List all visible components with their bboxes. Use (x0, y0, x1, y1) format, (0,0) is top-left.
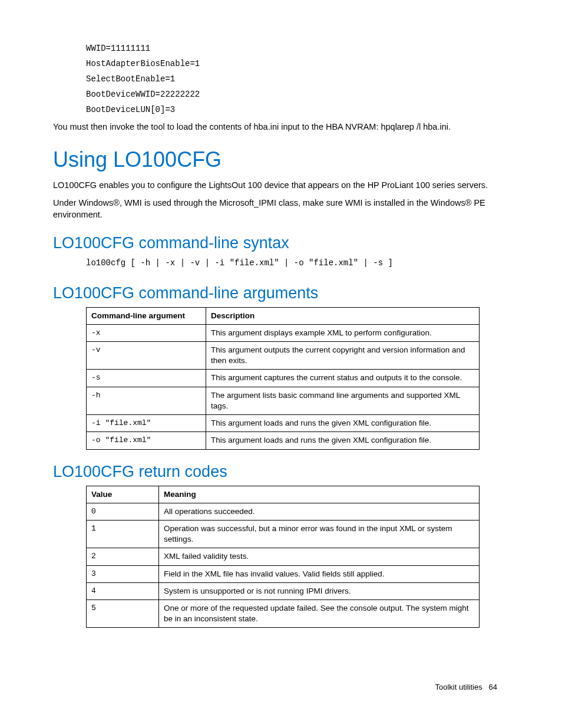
cell-value: 2 (87, 548, 159, 565)
heading-return-codes: LO100CFG return codes (53, 463, 497, 481)
table-row: -vThis argument outputs the current copy… (87, 341, 480, 369)
intro-post-text: You must then invoke the tool to load th… (53, 121, 497, 133)
cell-description: This argument displays example XML to pe… (206, 324, 480, 341)
table-row: 2XML failed validity tests. (87, 548, 480, 565)
main-paragraph-2: Under Windows®, WMI is used through the … (53, 197, 497, 221)
table-row: 5One or more of the requested update fai… (87, 600, 480, 628)
intro-code-block: WWID=11111111 HostAdapterBiosEnable=1 Se… (86, 41, 497, 117)
arguments-table: Command-line argument Description -xThis… (86, 307, 480, 450)
cell-argument: -s (87, 370, 206, 387)
th-description: Description (206, 307, 480, 324)
cell-meaning: Field in the XML file has invalid values… (159, 565, 480, 582)
page-root: WWID=11111111 HostAdapterBiosEnable=1 Se… (0, 0, 562, 728)
cell-value: 1 (87, 520, 159, 548)
return-codes-table: Value Meaning 0All operations succeeded.… (86, 486, 480, 628)
table-row: 1Operation was successful, but a minor e… (87, 520, 480, 548)
table-row: -i "file.xml"This argument loads and run… (87, 415, 480, 432)
cell-value: 4 (87, 582, 159, 599)
table-row: -xThis argument displays example XML to … (87, 324, 480, 341)
cell-value: 0 (87, 503, 159, 520)
cell-argument: -x (87, 324, 206, 341)
heading-arguments: LO100CFG command-line arguments (53, 284, 497, 302)
cell-meaning: System is unsupported or is not running … (159, 582, 480, 599)
table-row: 4System is unsupported or is not running… (87, 582, 480, 599)
cell-description: The argument lists basic command line ar… (206, 387, 480, 414)
cell-value: 5 (87, 600, 159, 628)
table-row: -sThis argument captures the current sta… (87, 370, 480, 387)
cell-argument: -o "file.xml" (87, 432, 206, 449)
th-value: Value (87, 486, 159, 503)
footer-page-number: 64 (489, 683, 497, 691)
cell-description: This argument outputs the current copyri… (206, 341, 480, 369)
cell-argument: -i "file.xml" (87, 415, 206, 432)
cell-argument: -h (87, 387, 206, 414)
main-paragraph-1: LO100CFG enables you to configure the Li… (53, 179, 497, 191)
th-argument: Command-line argument (87, 307, 206, 324)
table-row: -hThe argument lists basic command line … (87, 387, 480, 414)
cell-description: This argument captures the current statu… (206, 370, 480, 387)
cell-meaning: All operations succeeded. (159, 503, 480, 520)
syntax-code: lo100cfg [ -h | -x | -v | -i "file.xml" … (86, 256, 497, 271)
cell-description: This argument loads and runs the given X… (206, 432, 480, 449)
table-header-row: Command-line argument Description (87, 307, 480, 324)
heading-using-lo100cfg: Using LO100CFG (53, 147, 497, 172)
heading-syntax: LO100CFG command-line syntax (53, 234, 497, 252)
table-row: -o "file.xml"This argument loads and run… (87, 432, 480, 449)
footer-label: Toolkit utilities (435, 683, 482, 691)
cell-description: This argument loads and runs the given X… (206, 415, 480, 432)
th-meaning: Meaning (159, 486, 480, 503)
table-row: 3Field in the XML file has invalid value… (87, 565, 480, 582)
table-row: 0All operations succeeded. (87, 503, 480, 520)
cell-meaning: One or more of the requested update fail… (159, 600, 480, 628)
cell-value: 3 (87, 565, 159, 582)
cell-argument: -v (87, 341, 206, 369)
cell-meaning: XML failed validity tests. (159, 548, 480, 565)
cell-meaning: Operation was successful, but a minor er… (159, 520, 480, 548)
table-header-row: Value Meaning (87, 486, 480, 503)
page-footer: Toolkit utilities 64 (435, 683, 497, 691)
